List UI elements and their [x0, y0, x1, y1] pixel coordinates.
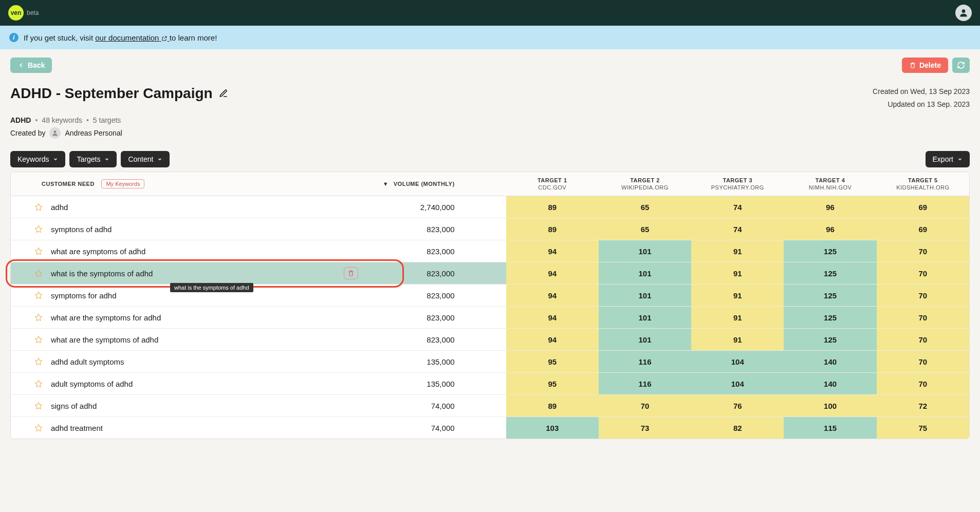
- svg-point-0: [962, 9, 966, 13]
- info-suffix: to learn more!: [170, 33, 217, 42]
- star-icon[interactable]: [34, 291, 43, 299]
- metric-cell: 89: [506, 395, 599, 417]
- metric-cell: 70: [877, 373, 969, 395]
- sort-desc-icon: ▼: [383, 181, 389, 187]
- col-volume[interactable]: ▼ VOLUME (MONTHLY): [368, 172, 506, 196]
- table-row[interactable]: what are the symptoms of adhd823,0009410…: [11, 329, 969, 351]
- col-target-2[interactable]: TARGET 2WIKIPEDIA.ORG: [599, 172, 691, 196]
- metric-cell: 65: [599, 196, 691, 218]
- table-row[interactable]: what are the symptoms for adhd823,000941…: [11, 307, 969, 329]
- created-on: Created on Wed, 13 Sep 2023: [873, 85, 970, 98]
- keyword-text: symptons of adhd: [51, 225, 368, 234]
- edit-icon[interactable]: [219, 89, 228, 98]
- content-dropdown[interactable]: Content: [121, 151, 170, 167]
- delete-button[interactable]: Delete: [902, 58, 948, 73]
- keyword-text: symptoms for adhd: [51, 291, 368, 300]
- logo[interactable]: ven beta: [8, 5, 39, 21]
- metric-cell: 91: [691, 262, 784, 285]
- metric-cell: 69: [877, 196, 969, 218]
- user-avatar[interactable]: [955, 5, 972, 21]
- star-icon[interactable]: [34, 380, 43, 388]
- table-row[interactable]: symptons of adhd823,0008965749669: [11, 218, 969, 240]
- metric-cell: 82: [691, 417, 784, 439]
- metric-cell: 103: [506, 417, 599, 439]
- created-by-label: Created by: [10, 129, 45, 137]
- star-icon[interactable]: [34, 203, 43, 211]
- campaign-meta: ADHD • 48 keywords • 5 targets: [10, 116, 970, 124]
- metric-cell: 72: [877, 395, 969, 417]
- table-row[interactable]: what is the symptoms of adhd823,00094101…: [11, 262, 969, 285]
- star-icon[interactable]: [34, 269, 43, 277]
- col-customer-need[interactable]: CUSTOMER NEED My Keywords: [11, 172, 368, 196]
- table-row[interactable]: adhd adult symptoms135,0009511610414070: [11, 351, 969, 373]
- keyword-text: what is the symptoms of adhd: [51, 269, 336, 278]
- metric-cell: 70: [877, 329, 969, 351]
- row-delete-button[interactable]: [344, 267, 358, 279]
- metric-cell: 70: [877, 262, 969, 285]
- metric-cell: 115: [784, 417, 876, 439]
- metric-cell: 70: [877, 351, 969, 373]
- topbar: ven beta: [0, 0, 980, 26]
- metric-cell: 101: [599, 240, 691, 262]
- chevron-down-icon: [957, 157, 963, 162]
- col-target-4[interactable]: TARGET 4NIMH.NIH.GOV: [784, 172, 876, 196]
- table-row[interactable]: what are symptoms of adhd823,00094101911…: [11, 240, 969, 262]
- table-row[interactable]: symptoms for adhd823,000941019112570: [11, 285, 969, 307]
- metric-cell: 91: [691, 307, 784, 329]
- metric-cell: 101: [599, 262, 691, 285]
- table-row[interactable]: adult symptoms of adhd135,00095116104140…: [11, 373, 969, 395]
- table-row[interactable]: adhd treatment74,000103738211575: [11, 417, 969, 439]
- metric-cell: 104: [691, 373, 784, 395]
- metric-cell: 70: [599, 395, 691, 417]
- refresh-icon: [957, 61, 965, 69]
- metric-cell: 74: [691, 218, 784, 240]
- metric-cell: 104: [691, 351, 784, 373]
- info-prefix: If you get stuck, visit: [24, 33, 95, 42]
- keywords-dropdown[interactable]: Keywords: [10, 151, 65, 167]
- metric-cell: 89: [506, 218, 599, 240]
- col-target-3[interactable]: TARGET 3PSYCHIATRY.ORG: [691, 172, 784, 196]
- metric-cell: 116: [599, 351, 691, 373]
- targets-dropdown[interactable]: Targets: [69, 151, 117, 167]
- metric-cell: 125: [784, 329, 876, 351]
- metric-cell: 101: [599, 307, 691, 329]
- documentation-link[interactable]: our documentation: [95, 33, 170, 42]
- svg-point-1: [54, 131, 57, 134]
- volume-cell: 823,000: [368, 329, 506, 351]
- star-icon[interactable]: [34, 335, 43, 344]
- page-title: ADHD - September Campaign: [10, 85, 228, 102]
- keywords-table: CUSTOMER NEED My Keywords ▼ VOLUME (MONT…: [10, 172, 970, 439]
- star-icon[interactable]: [34, 402, 43, 410]
- star-icon[interactable]: [34, 313, 43, 321]
- volume-cell: 823,000: [368, 262, 506, 285]
- metric-cell: 125: [784, 262, 876, 285]
- table-row[interactable]: signs of adhd74,00089707610072: [11, 395, 969, 417]
- back-label: Back: [28, 61, 45, 69]
- metric-cell: 96: [784, 218, 876, 240]
- col-target-5[interactable]: TARGET 5KIDSHEALTH.ORG: [877, 172, 969, 196]
- metric-cell: 95: [506, 373, 599, 395]
- creator-name: Andreas Personal: [65, 129, 122, 137]
- star-icon[interactable]: [34, 247, 43, 255]
- metric-cell: 74: [691, 196, 784, 218]
- col-target-1[interactable]: TARGET 1CDC.GOV: [506, 172, 599, 196]
- tooltip: what is the symptoms of adhd: [170, 283, 253, 292]
- refresh-button[interactable]: [952, 58, 970, 73]
- metric-cell: 95: [506, 351, 599, 373]
- metric-cell: 91: [691, 329, 784, 351]
- external-link-icon: [161, 35, 168, 42]
- metric-cell: 101: [599, 329, 691, 351]
- export-dropdown[interactable]: Export: [926, 151, 970, 167]
- back-button[interactable]: Back: [10, 58, 52, 73]
- metric-cell: 140: [784, 373, 876, 395]
- volume-cell: 74,000: [368, 395, 506, 417]
- table-row[interactable]: adhd2,740,0008965749669: [11, 196, 969, 218]
- my-keywords-badge[interactable]: My Keywords: [101, 179, 144, 188]
- metric-cell: 70: [877, 285, 969, 307]
- chevron-down-icon: [104, 157, 109, 162]
- chevron-down-icon: [157, 157, 162, 162]
- star-icon[interactable]: [34, 424, 43, 432]
- metric-cell: 91: [691, 285, 784, 307]
- star-icon[interactable]: [34, 225, 43, 233]
- star-icon[interactable]: [34, 357, 43, 366]
